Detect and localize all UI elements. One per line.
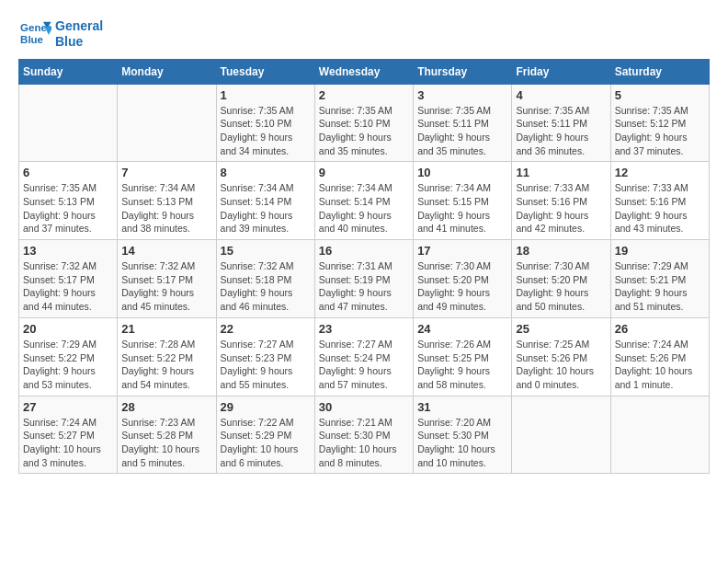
day-info: Sunrise: 7:35 AMSunset: 5:13 PMDaylight:… [23, 181, 113, 236]
calendar-week-5: 27Sunrise: 7:24 AMSunset: 5:27 PMDayligh… [19, 396, 710, 474]
day-info: Sunrise: 7:29 AMSunset: 5:22 PMDaylight:… [23, 338, 113, 392]
day-number: 18 [516, 244, 606, 258]
calendar-table: SundayMondayTuesdayWednesdayThursdayFrid… [18, 59, 710, 475]
calendar-cell: 19Sunrise: 7:29 AMSunset: 5:21 PMDayligh… [610, 240, 709, 318]
day-info: Sunrise: 7:23 AMSunset: 5:28 PMDaylight:… [121, 416, 211, 470]
day-info: Sunrise: 7:35 AMSunset: 5:11 PMDaylight:… [516, 104, 606, 158]
calendar-cell: 29Sunrise: 7:22 AMSunset: 5:29 PMDayligh… [216, 396, 314, 474]
day-number: 1 [221, 88, 311, 102]
day-number: 30 [319, 400, 409, 414]
calendar-cell: 2Sunrise: 7:35 AMSunset: 5:10 PMDaylight… [314, 84, 413, 162]
day-number: 24 [417, 322, 507, 336]
calendar-cell: 12Sunrise: 7:33 AMSunset: 5:16 PMDayligh… [610, 162, 709, 240]
day-info: Sunrise: 7:26 AMSunset: 5:25 PMDaylight:… [417, 338, 507, 392]
day-number: 23 [319, 322, 409, 336]
day-number: 22 [221, 322, 311, 336]
day-info: Sunrise: 7:28 AMSunset: 5:22 PMDaylight:… [121, 338, 211, 392]
day-number: 9 [319, 166, 409, 179]
calendar-cell [512, 396, 610, 474]
day-number: 21 [121, 322, 211, 336]
day-info: Sunrise: 7:34 AMSunset: 5:15 PMDaylight:… [417, 181, 507, 236]
calendar-week-4: 20Sunrise: 7:29 AMSunset: 5:22 PMDayligh… [19, 317, 710, 396]
day-number: 4 [516, 88, 606, 102]
day-number: 27 [23, 400, 113, 414]
calendar-cell [19, 84, 118, 162]
day-number: 20 [23, 322, 113, 336]
logo-text-line1: General [55, 18, 103, 34]
calendar-cell: 21Sunrise: 7:28 AMSunset: 5:22 PMDayligh… [118, 317, 216, 396]
calendar-cell: 27Sunrise: 7:24 AMSunset: 5:27 PMDayligh… [19, 396, 118, 474]
calendar-week-2: 6Sunrise: 7:35 AMSunset: 5:13 PMDaylight… [19, 162, 710, 240]
calendar-cell: 8Sunrise: 7:34 AMSunset: 5:14 PMDaylight… [216, 162, 314, 240]
calendar-cell: 24Sunrise: 7:26 AMSunset: 5:25 PMDayligh… [414, 317, 512, 396]
day-number: 16 [319, 244, 409, 258]
day-number: 10 [417, 166, 507, 179]
day-info: Sunrise: 7:30 AMSunset: 5:20 PMDaylight:… [417, 259, 507, 314]
day-info: Sunrise: 7:34 AMSunset: 5:13 PMDaylight:… [121, 181, 211, 236]
day-number: 19 [615, 244, 705, 258]
calendar-cell: 7Sunrise: 7:34 AMSunset: 5:13 PMDaylight… [118, 162, 216, 240]
day-info: Sunrise: 7:33 AMSunset: 5:16 PMDaylight:… [516, 181, 606, 236]
calendar-cell: 17Sunrise: 7:30 AMSunset: 5:20 PMDayligh… [414, 240, 512, 318]
calendar-cell: 25Sunrise: 7:25 AMSunset: 5:26 PMDayligh… [512, 317, 610, 396]
day-info: Sunrise: 7:35 AMSunset: 5:11 PMDaylight:… [417, 104, 507, 158]
day-number: 17 [417, 244, 507, 258]
header: General Blue General Blue [18, 18, 710, 50]
day-info: Sunrise: 7:20 AMSunset: 5:30 PMDaylight:… [417, 416, 507, 470]
day-number: 13 [23, 244, 113, 258]
calendar-week-3: 13Sunrise: 7:32 AMSunset: 5:17 PMDayligh… [19, 240, 710, 318]
header-saturday: Saturday [610, 59, 709, 84]
calendar-week-1: 1Sunrise: 7:35 AMSunset: 5:10 PMDaylight… [19, 84, 710, 162]
calendar-cell: 10Sunrise: 7:34 AMSunset: 5:15 PMDayligh… [414, 162, 512, 240]
day-number: 7 [121, 166, 211, 179]
day-info: Sunrise: 7:35 AMSunset: 5:10 PMDaylight:… [221, 104, 311, 158]
day-number: 5 [615, 88, 705, 102]
day-number: 3 [417, 88, 507, 102]
day-info: Sunrise: 7:32 AMSunset: 5:17 PMDaylight:… [121, 259, 211, 314]
calendar-cell: 9Sunrise: 7:34 AMSunset: 5:14 PMDaylight… [314, 162, 413, 240]
calendar-cell: 28Sunrise: 7:23 AMSunset: 5:28 PMDayligh… [118, 396, 216, 474]
day-info: Sunrise: 7:24 AMSunset: 5:26 PMDaylight:… [615, 338, 705, 392]
day-number: 26 [615, 322, 705, 336]
header-sunday: Sunday [19, 59, 118, 84]
calendar-cell: 3Sunrise: 7:35 AMSunset: 5:11 PMDaylight… [414, 84, 512, 162]
header-wednesday: Wednesday [314, 59, 413, 84]
calendar-cell: 5Sunrise: 7:35 AMSunset: 5:12 PMDaylight… [610, 84, 709, 162]
day-number: 8 [221, 166, 311, 179]
day-info: Sunrise: 7:31 AMSunset: 5:19 PMDaylight:… [319, 259, 409, 314]
day-info: Sunrise: 7:32 AMSunset: 5:17 PMDaylight:… [23, 259, 113, 314]
calendar-cell: 22Sunrise: 7:27 AMSunset: 5:23 PMDayligh… [216, 317, 314, 396]
calendar-cell: 15Sunrise: 7:32 AMSunset: 5:18 PMDayligh… [216, 240, 314, 318]
day-info: Sunrise: 7:21 AMSunset: 5:30 PMDaylight:… [319, 416, 409, 470]
day-info: Sunrise: 7:24 AMSunset: 5:27 PMDaylight:… [23, 416, 113, 470]
calendar-cell: 23Sunrise: 7:27 AMSunset: 5:24 PMDayligh… [314, 317, 413, 396]
calendar-cell: 18Sunrise: 7:30 AMSunset: 5:20 PMDayligh… [512, 240, 610, 318]
day-info: Sunrise: 7:34 AMSunset: 5:14 PMDaylight:… [221, 181, 311, 236]
day-info: Sunrise: 7:29 AMSunset: 5:21 PMDaylight:… [615, 259, 705, 314]
header-thursday: Thursday [414, 59, 512, 84]
header-tuesday: Tuesday [216, 59, 314, 84]
day-info: Sunrise: 7:34 AMSunset: 5:14 PMDaylight:… [319, 181, 409, 236]
day-info: Sunrise: 7:33 AMSunset: 5:16 PMDaylight:… [615, 181, 705, 236]
header-friday: Friday [512, 59, 610, 84]
day-info: Sunrise: 7:25 AMSunset: 5:26 PMDaylight:… [516, 338, 606, 392]
calendar-cell: 11Sunrise: 7:33 AMSunset: 5:16 PMDayligh… [512, 162, 610, 240]
logo-text-line2: Blue [55, 34, 103, 50]
calendar-header-row: SundayMondayTuesdayWednesdayThursdayFrid… [19, 59, 710, 84]
calendar-cell: 20Sunrise: 7:29 AMSunset: 5:22 PMDayligh… [19, 317, 118, 396]
day-number: 11 [516, 166, 606, 179]
day-number: 15 [221, 244, 311, 258]
calendar-cell: 1Sunrise: 7:35 AMSunset: 5:10 PMDaylight… [216, 84, 314, 162]
day-info: Sunrise: 7:30 AMSunset: 5:20 PMDaylight:… [516, 259, 606, 314]
logo: General Blue General Blue [18, 18, 103, 50]
day-info: Sunrise: 7:32 AMSunset: 5:18 PMDaylight:… [221, 259, 311, 314]
calendar-cell: 13Sunrise: 7:32 AMSunset: 5:17 PMDayligh… [19, 240, 118, 318]
calendar-cell: 31Sunrise: 7:20 AMSunset: 5:30 PMDayligh… [414, 396, 512, 474]
calendar-cell [118, 84, 216, 162]
calendar-cell: 14Sunrise: 7:32 AMSunset: 5:17 PMDayligh… [118, 240, 216, 318]
calendar-cell [610, 396, 709, 474]
day-number: 28 [121, 400, 211, 414]
day-number: 14 [121, 244, 211, 258]
calendar-cell: 6Sunrise: 7:35 AMSunset: 5:13 PMDaylight… [19, 162, 118, 240]
day-number: 25 [516, 322, 606, 336]
